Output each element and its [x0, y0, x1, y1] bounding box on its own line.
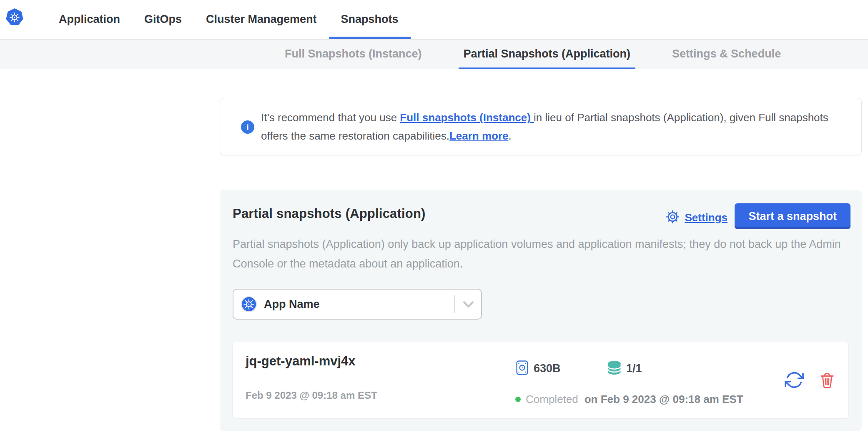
status-detail: on Feb 9 2023 @ 09:18 am EST [585, 393, 743, 406]
full-snapshots-link[interactable]: Full snapshots (Instance) [400, 111, 534, 124]
panel-title: Partial snapshots (Application) [233, 206, 426, 221]
partial-snapshots-panel: Partial snapshots (Application) Settings… [220, 190, 862, 431]
primary-nav: Application GitOps Cluster Management Sn… [47, 0, 411, 39]
learn-more-link[interactable]: Learn more [449, 130, 509, 142]
snapshot-name[interactable]: jq-get-yaml-mvj4x [246, 354, 356, 369]
banner-text: It’s recommend that you use Full snapsho… [261, 108, 845, 145]
tab-full-snapshots[interactable]: Full Snapshots (Instance) [280, 40, 427, 69]
disk-icon [516, 360, 528, 377]
app-kubernetes-icon [241, 296, 257, 312]
restore-snapshot-button[interactable] [785, 370, 804, 390]
status-dot-icon [515, 397, 521, 402]
settings-label: Settings [685, 211, 728, 224]
info-icon: i [241, 120, 254, 134]
snapshots-tab-bar: Full Snapshots (Instance) Partial Snapsh… [0, 39, 868, 69]
nav-item-cluster-management[interactable]: Cluster Management [194, 0, 329, 39]
snapshot-volumes: 1/1 [607, 360, 642, 377]
info-banner: i It’s recommend that you use Full snaps… [220, 98, 862, 155]
panel-description: Partial snapshots (Application) only bac… [233, 235, 850, 274]
banner-text-prefix: It’s recommend that you use [261, 111, 400, 124]
database-icon [607, 360, 621, 377]
snapshot-status: Completed on Feb 9 2023 @ 09:18 am EST [515, 393, 743, 406]
tab-settings-schedule[interactable]: Settings & Schedule [667, 40, 786, 69]
top-nav-bar: Application GitOps Cluster Management Sn… [0, 0, 868, 39]
kubernetes-logo-icon[interactable] [6, 8, 23, 26]
snapshots-page: Application GitOps Cluster Management Sn… [0, 0, 868, 440]
gear-icon [665, 209, 680, 226]
app-select-value: App Name [264, 298, 320, 311]
snapshot-volumes-value: 1/1 [626, 362, 642, 375]
nav-item-snapshots[interactable]: Snapshots [329, 0, 411, 39]
chevron-down-icon [455, 301, 481, 308]
nav-item-gitops[interactable]: GitOps [132, 0, 194, 39]
status-label: Completed [526, 393, 578, 406]
trash-icon [819, 384, 835, 390]
snapshots-tabs: Full Snapshots (Instance) Partial Snapsh… [280, 40, 786, 69]
snapshot-size-value: 630B [534, 362, 561, 375]
banner-text-suffix: . [508, 130, 511, 142]
start-snapshot-button[interactable]: Start a snapshot [735, 203, 850, 229]
app-name-select[interactable]: App Name [233, 289, 482, 320]
snapshot-settings-link[interactable]: Settings [665, 209, 728, 226]
refresh-arrows-icon [785, 385, 804, 391]
tab-partial-snapshots[interactable]: Partial Snapshots (Application) [459, 40, 636, 69]
snapshot-size: 630B [516, 360, 561, 377]
delete-snapshot-button[interactable] [819, 372, 835, 389]
nav-item-application[interactable]: Application [47, 0, 132, 39]
snapshot-created-date: Feb 9 2023 @ 09:18 am EST [246, 390, 377, 401]
snapshot-row: jq-get-yaml-mvj4x Feb 9 2023 @ 09:18 am … [232, 342, 849, 419]
